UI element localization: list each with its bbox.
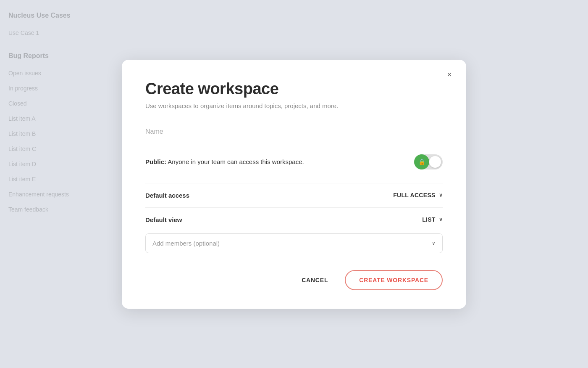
default-view-value: LIST: [422, 216, 436, 223]
close-button[interactable]: ×: [443, 68, 456, 82]
modal-overlay: × Create workspace Use workspaces to org…: [0, 0, 588, 368]
modal-subtitle: Use workspaces to organize items around …: [145, 102, 443, 109]
public-row: Public: Anyone in your team can access t…: [145, 154, 443, 169]
default-view-label: Default view: [145, 216, 182, 223]
chevron-down-icon: ∨: [439, 192, 443, 198]
chevron-down-icon-3: ∨: [432, 240, 436, 246]
name-input[interactable]: [145, 124, 443, 139]
members-placeholder: Add members (optional): [152, 240, 220, 247]
cancel-button[interactable]: CANCEL: [291, 271, 338, 289]
members-dropdown[interactable]: Add members (optional) ∨: [145, 233, 443, 253]
default-view-row: Default view LIST ∨: [145, 209, 443, 230]
default-view-dropdown[interactable]: LIST ∨: [422, 216, 443, 223]
default-access-row: Default access FULL ACCESS ∨: [145, 185, 443, 206]
toggle-container: 🔒: [414, 154, 443, 169]
name-field-container: [145, 124, 443, 139]
divider-1: [145, 183, 443, 183]
public-label: Public: Anyone in your team can access t…: [145, 158, 304, 165]
close-icon: ×: [447, 70, 452, 79]
create-workspace-button[interactable]: CREATE WORKSPACE: [345, 270, 443, 290]
lock-icon: 🔒: [418, 159, 425, 165]
divider-2: [145, 207, 443, 208]
default-access-value: FULL ACCESS: [393, 192, 436, 199]
default-access-label: Default access: [145, 192, 189, 199]
toggle-green: 🔒: [414, 154, 429, 169]
public-label-rest: Anyone in your team can access this work…: [166, 158, 304, 165]
chevron-down-icon-2: ∨: [439, 217, 443, 222]
public-label-bold: Public:: [145, 158, 166, 165]
toggle-knob: [429, 156, 441, 168]
public-toggle[interactable]: 🔒: [414, 154, 443, 169]
modal-title: Create workspace: [145, 80, 443, 98]
create-workspace-modal: × Create workspace Use workspaces to org…: [122, 60, 466, 309]
default-access-dropdown[interactable]: FULL ACCESS ∨: [393, 192, 443, 199]
buttons-row: CANCEL CREATE WORKSPACE: [145, 270, 443, 290]
